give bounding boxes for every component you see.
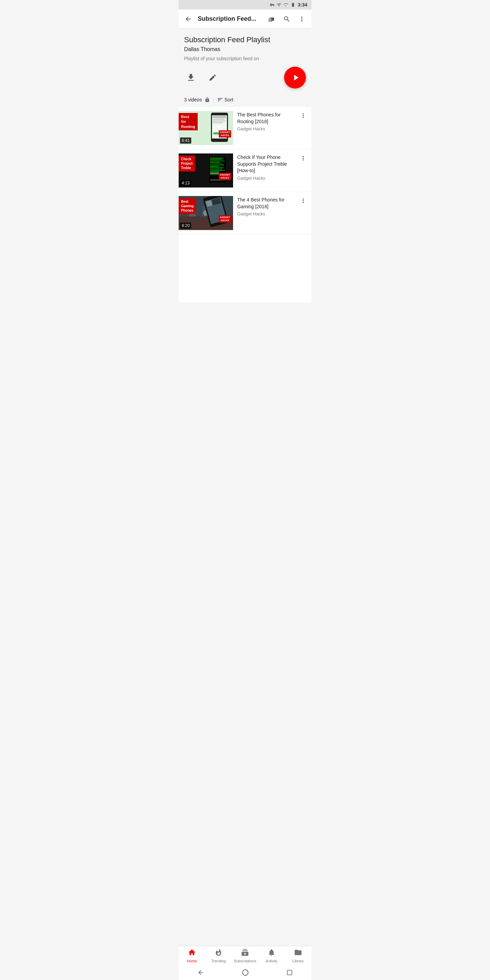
thumb-label-3: BestGamingPhones: [179, 198, 196, 214]
duration-badge-1: 6:41: [180, 137, 191, 143]
search-button[interactable]: [280, 12, 294, 26]
video-item[interactable]: BestforRooting GADGETHACKS 6:41 The Best…: [179, 107, 311, 150]
gadget-logo-2: GADGETHACKS: [219, 173, 231, 180]
sort-icon: [217, 97, 223, 103]
edit-button[interactable]: [206, 71, 220, 84]
page-title: Subscription Feed...: [198, 15, 262, 22]
more-button[interactable]: [295, 12, 309, 26]
video-thumbnail-1: BestforRooting GADGETHACKS 6:41: [179, 111, 233, 145]
video-info-3: The 4 Best Phones for Gaming [2018] Gadg…: [237, 196, 298, 216]
status-bar: 3:34: [179, 0, 311, 10]
playlist-actions: [184, 67, 306, 89]
video-info-1: The Best Phones for Rooting [2018] Gadge…: [237, 111, 298, 131]
download-icon: [186, 73, 196, 82]
play-icon: [291, 73, 301, 82]
thumb-label-1: BestforRooting: [179, 113, 198, 130]
action-buttons: [184, 71, 220, 84]
download-button[interactable]: [184, 71, 198, 84]
phone-illustration-2: [207, 154, 231, 185]
more-vert-icon-1: [300, 112, 307, 119]
svg-rect-4: [213, 121, 226, 121]
svg-rect-11: [210, 158, 224, 159]
edit-icon: [208, 73, 217, 82]
play-all-button[interactable]: [284, 67, 306, 89]
video-more-2[interactable]: [298, 153, 309, 167]
video-channel-1: Gadget Hacks: [237, 126, 295, 131]
gadget-logo-3: GADGETHACKS: [219, 215, 231, 223]
status-time: 3:34: [298, 2, 307, 8]
video-item[interactable]: CheckProjectTreble GADGETHACKS 4:13 Chec…: [179, 150, 311, 192]
sort-label: Sort: [224, 97, 234, 102]
svg-rect-17: [210, 166, 218, 167]
svg-rect-25: [211, 180, 213, 181]
sort-button[interactable]: Sort: [217, 97, 234, 103]
video-more-1[interactable]: [298, 111, 309, 124]
svg-rect-21: [210, 172, 220, 172]
svg-rect-2: [213, 116, 226, 118]
video-title-3: The 4 Best Phones for Gaming [2018]: [237, 197, 295, 210]
thumb-label-2: CheckProjectTreble: [179, 156, 195, 172]
phone-illustration-1: [208, 112, 231, 143]
cast-icon: [268, 15, 275, 23]
svg-rect-26: [213, 180, 215, 181]
svg-rect-20: [210, 170, 225, 171]
content-spacer: [179, 234, 311, 302]
svg-rect-27: [216, 180, 218, 181]
video-info-2: Check If Your Phone Supports Project Tre…: [237, 153, 298, 181]
svg-rect-12: [210, 159, 222, 160]
svg-rect-18: [210, 167, 224, 168]
video-list: BestforRooting GADGETHACKS 6:41 The Best…: [179, 107, 311, 234]
svg-rect-3: [213, 119, 224, 120]
search-icon: [283, 15, 291, 23]
video-more-3[interactable]: [298, 196, 309, 210]
video-channel-2: Gadget Hacks: [237, 176, 295, 181]
duration-badge-3: 8:20: [180, 223, 191, 229]
app-bar: Subscription Feed...: [179, 10, 311, 29]
wifi-icon: [276, 2, 282, 7]
back-button[interactable]: [181, 12, 195, 26]
videos-count: 3 videos: [184, 97, 202, 102]
playlist-author: Dallas Thomas: [184, 46, 306, 52]
more-vert-icon: [298, 15, 305, 23]
svg-rect-19: [210, 169, 222, 169]
back-icon: [185, 15, 192, 23]
cast-button[interactable]: [265, 12, 279, 26]
svg-rect-5: [213, 122, 223, 123]
key-icon: [270, 2, 275, 7]
svg-rect-15: [210, 163, 223, 164]
video-item[interactable]: BestGamingPhones GADGETHACKS 8:20 The 4 …: [179, 192, 311, 234]
playlist-description: Playlist of your subscription feed on: [184, 56, 306, 61]
app-bar-actions: [265, 12, 309, 26]
status-icons: 3:34: [270, 2, 307, 8]
video-thumbnail-3: BestGamingPhones GADGETHACKS 8:20: [179, 196, 233, 230]
playlist-header: Subscription Feed Playlist Dallas Thomas…: [179, 29, 311, 94]
svg-rect-13: [210, 161, 224, 161]
svg-rect-14: [210, 162, 220, 163]
playlist-meta: 3 videos · Sort: [179, 94, 311, 107]
video-thumbnail-2: CheckProjectTreble GADGETHACKS 4:13: [179, 153, 233, 188]
video-channel-3: Gadget Hacks: [237, 211, 295, 216]
video-title-1: The Best Phones for Rooting [2018]: [237, 111, 295, 125]
playlist-title: Subscription Feed Playlist: [184, 35, 306, 44]
gadget-logo-1: GADGETHACKS: [219, 130, 231, 137]
lock-icon: [205, 97, 210, 102]
svg-rect-16: [210, 165, 224, 165]
video-title-2: Check If Your Phone Supports Project Tre…: [237, 154, 295, 174]
more-vert-icon-3: [300, 197, 307, 204]
duration-badge-2: 4:13: [180, 180, 191, 186]
dot-separator: ·: [213, 97, 214, 103]
signal-icon: [283, 2, 288, 7]
battery-icon: [290, 2, 296, 7]
more-vert-icon-2: [300, 155, 307, 162]
